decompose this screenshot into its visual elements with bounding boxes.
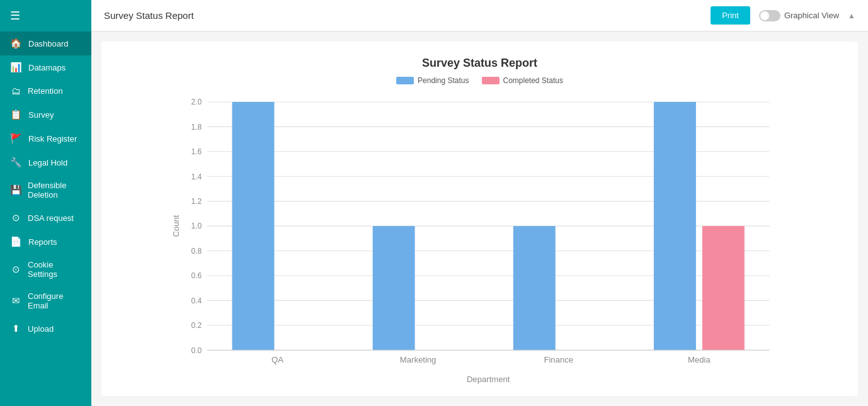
svg-text:0.4: 0.4	[191, 296, 202, 305]
topbar: Survey Status Report Print Graphical Vie…	[91, 0, 868, 31]
sidebar-item-configure-email[interactable]: ✉Configure Email	[0, 285, 91, 317]
legend-completed-label: Completed Status	[503, 76, 563, 85]
sidebar-item-dashboard[interactable]: 🏠Dashboard	[0, 31, 91, 55]
sidebar-item-datamaps[interactable]: 📊Datamaps	[0, 55, 91, 79]
topbar-right: Print Graphical View ▲	[711, 6, 855, 25]
svg-text:1.4: 1.4	[191, 172, 202, 181]
legend-pending-label: Pending Status	[418, 76, 469, 85]
graphical-view-toggle[interactable]	[759, 10, 780, 21]
sidebar-item-retention[interactable]: 🗂Retention	[0, 79, 91, 103]
bar-completed-media	[702, 226, 745, 350]
sidebar-item-cookie-settings-icon: ⊙	[10, 264, 21, 275]
bar-pending-marketing	[373, 226, 415, 350]
svg-text:Media: Media	[688, 355, 711, 364]
chevron-up-icon: ▲	[848, 11, 855, 20]
svg-text:0.6: 0.6	[191, 271, 202, 280]
sidebar-item-risk-register[interactable]: 🚩Risk Register	[0, 127, 91, 150]
bar-pending-finance	[513, 226, 556, 350]
svg-text:Finance: Finance	[544, 355, 573, 364]
svg-text:1.2: 1.2	[191, 197, 202, 206]
svg-text:Count: Count	[171, 215, 181, 237]
sidebar-item-upload-icon: ⬆	[10, 323, 21, 334]
chart-legend: Pending Status Completed Status	[396, 76, 563, 85]
svg-text:Marketing: Marketing	[400, 355, 437, 364]
sidebar-item-survey-icon: 📋	[10, 109, 22, 120]
sidebar-item-reports-icon: 📄	[10, 236, 22, 247]
sidebar-item-dashboard-icon: 🏠	[10, 38, 22, 49]
svg-text:0.2: 0.2	[191, 321, 202, 330]
sidebar-item-legal-hold[interactable]: 🔧Legal Hold	[0, 150, 91, 174]
sidebar-item-defensible-deletion-icon: 💾	[10, 184, 21, 196]
svg-text:2.0: 2.0	[191, 98, 202, 106]
sidebar-item-datamaps-icon: 📊	[10, 62, 22, 73]
sidebar-item-dsa-request-icon: ⊙	[10, 212, 21, 223]
sidebar-menu-toggle[interactable]: ☰	[0, 0, 91, 31]
chart-title: Survey Status Report	[422, 57, 537, 70]
graphical-view-toggle-container: Graphical View	[759, 10, 839, 21]
legend-pending-color	[396, 77, 414, 84]
sidebar-item-upload[interactable]: ⬆Upload	[0, 317, 91, 341]
sidebar-item-configure-email-icon: ✉	[10, 295, 21, 307]
main-content: Survey Status Report Print Graphical Vie…	[91, 0, 868, 406]
svg-text:1.0: 1.0	[191, 222, 202, 230]
legend-completed-color	[482, 77, 500, 84]
legend-pending: Pending Status	[396, 76, 469, 85]
legend-completed: Completed Status	[482, 76, 563, 85]
hamburger-icon: ☰	[10, 9, 20, 23]
sidebar-item-defensible-deletion[interactable]: 💾Defensible Deletion	[0, 174, 91, 206]
bar-chart: 0.00.20.40.60.81.01.21.41.61.82.0CountDe…	[111, 95, 848, 385]
sidebar-item-risk-register-icon: 🚩	[10, 133, 22, 144]
chart-container: Survey Status Report Pending Status Comp…	[101, 42, 858, 396]
sidebar-item-legal-hold-icon: 🔧	[10, 157, 22, 168]
chart-svg-wrap: 0.00.20.40.60.81.01.21.41.61.82.0CountDe…	[111, 95, 848, 385]
graphical-view-label: Graphical View	[784, 11, 839, 20]
svg-text:QA: QA	[271, 355, 283, 364]
chart-area: Survey Status Report Pending Status Comp…	[91, 31, 868, 406]
svg-text:0.8: 0.8	[191, 247, 202, 256]
sidebar-item-cookie-settings[interactable]: ⊙Cookie Settings	[0, 254, 91, 285]
page-title: Survey Status Report	[104, 10, 194, 21]
svg-text:1.6: 1.6	[191, 147, 202, 156]
sidebar-item-survey[interactable]: 📋Survey	[0, 103, 91, 127]
sidebar-item-retention-icon: 🗂	[10, 86, 21, 96]
bar-pending-qa	[232, 102, 274, 350]
sidebar: ☰ 🏠Dashboard📊Datamaps🗂Retention📋Survey🚩R…	[0, 0, 91, 406]
sidebar-item-reports[interactable]: 📄Reports	[0, 230, 91, 254]
svg-text:1.8: 1.8	[191, 123, 202, 132]
svg-text:Department: Department	[467, 375, 510, 384]
sidebar-item-dsa-request[interactable]: ⊙DSA request	[0, 206, 91, 230]
svg-text:0.0: 0.0	[191, 346, 202, 355]
bar-pending-media	[654, 102, 696, 350]
print-button[interactable]: Print	[711, 6, 750, 25]
